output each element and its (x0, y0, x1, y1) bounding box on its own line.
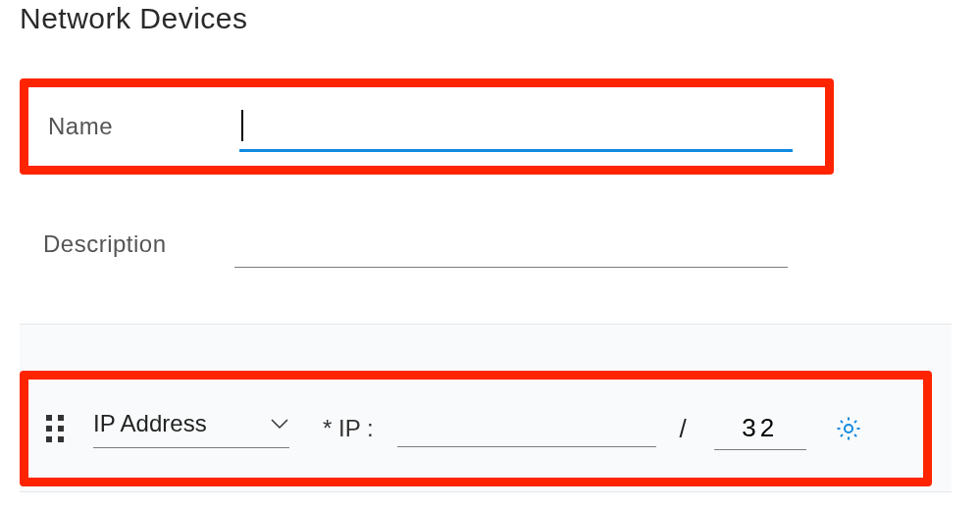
svg-point-0 (845, 425, 852, 433)
ip-type-value: IP Address (93, 410, 270, 437)
name-label: Name (48, 113, 239, 140)
ip-address-input[interactable] (397, 411, 656, 447)
cidr-separator: / (680, 414, 687, 444)
name-field-highlight: Name (20, 78, 834, 175)
subnet-mask-input[interactable] (714, 408, 806, 450)
page-title: Network Devices (20, 0, 980, 35)
text-caret (241, 110, 243, 141)
description-input[interactable] (234, 224, 788, 268)
drag-handle-icon[interactable] (46, 415, 64, 442)
description-label: Description (43, 230, 234, 258)
ip-row-highlight: IP Address * IP : / (20, 371, 932, 486)
name-input[interactable] (239, 106, 793, 152)
gear-icon[interactable] (834, 414, 863, 443)
description-row: Description (43, 210, 828, 279)
ip-type-select[interactable]: IP Address (93, 410, 289, 448)
chevron-down-icon (270, 418, 289, 430)
ip-field-label: * IP : (323, 415, 374, 442)
